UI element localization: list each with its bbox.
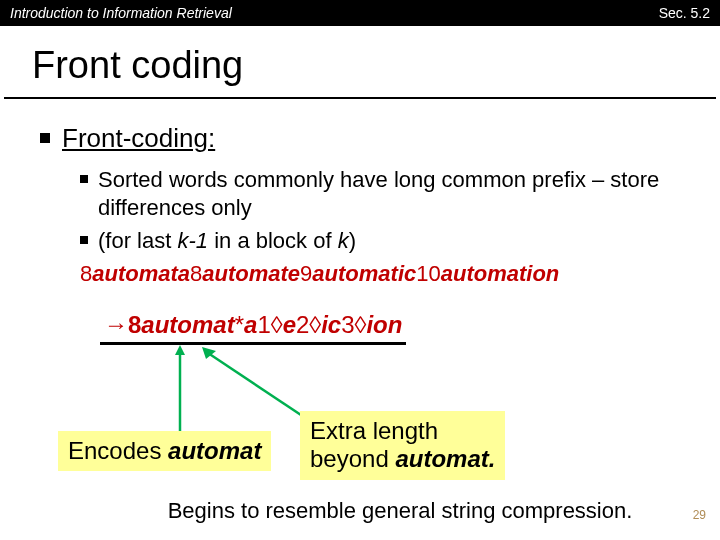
- suffix: e: [283, 311, 296, 338]
- callout-line: Extra length: [310, 417, 495, 446]
- callout-encodes: Encodes automat: [58, 431, 271, 472]
- len: 8: [190, 261, 202, 286]
- text: ): [349, 228, 356, 253]
- suffix: ic: [321, 311, 341, 338]
- header-bar: Introduction to Information Retrieval Se…: [0, 0, 720, 26]
- extra-len: 1: [257, 311, 270, 338]
- bullet-text: (for last k-1 in a block of k): [98, 227, 356, 255]
- callout-italic: automat.: [395, 445, 495, 472]
- italic-k: k: [338, 228, 349, 253]
- bullet-square-icon: [80, 236, 88, 244]
- extra-len: 2: [296, 311, 309, 338]
- slide: Introduction to Information Retrieval Se…: [0, 0, 720, 540]
- callout-line: beyond automat.: [310, 445, 495, 474]
- example-compressed: →8automat*a1◊e2◊ic3◊ion: [100, 305, 406, 345]
- text: in a block of: [208, 228, 338, 253]
- slide-title: Front coding: [4, 26, 716, 99]
- bullet-square-icon: [40, 133, 50, 143]
- header-section: Sec. 5.2: [659, 5, 710, 21]
- svg-line-2: [208, 353, 310, 421]
- callout-text: beyond: [310, 445, 395, 472]
- callout-area: Encodes automat Extra length beyond auto…: [40, 345, 680, 505]
- content-area: Front-coding: Sorted words commonly have…: [0, 99, 720, 505]
- footer-note: Begins to resemble general string compre…: [0, 498, 720, 524]
- callout-extra-length: Extra length beyond automat.: [300, 411, 505, 481]
- suffix: ion: [366, 311, 402, 338]
- len: 10: [416, 261, 440, 286]
- example-uncompressed: 8automata8automate9automatic10automation: [80, 261, 680, 287]
- bullet-level1: Front-coding:: [40, 123, 680, 154]
- diamond-icon: ◊: [355, 311, 367, 338]
- bullet-text: Sorted words commonly have long common p…: [98, 166, 680, 221]
- diamond-icon: ◊: [271, 311, 283, 338]
- callout-text: Encodes: [68, 437, 168, 464]
- arrow-line-icon: [158, 345, 198, 435]
- len: 9: [300, 261, 312, 286]
- callout-italic: automat: [168, 437, 261, 464]
- diamond-icon: ◊: [309, 311, 321, 338]
- bullet-text: Front-coding:: [62, 123, 215, 154]
- word: automate: [202, 261, 300, 286]
- text: (for last: [98, 228, 177, 253]
- prefix-word: automat: [141, 311, 234, 338]
- suffix: a: [244, 311, 257, 338]
- bullet-square-icon: [80, 175, 88, 183]
- arrow-icon: →: [104, 311, 128, 338]
- page-number: 29: [693, 508, 706, 522]
- len: 8: [128, 311, 141, 338]
- word: automata: [92, 261, 190, 286]
- header-left: Introduction to Information Retrieval: [10, 5, 659, 21]
- bullet-level2: Sorted words commonly have long common p…: [80, 166, 680, 221]
- word: automation: [441, 261, 560, 286]
- extra-len: 3: [341, 311, 354, 338]
- star: *: [235, 311, 244, 338]
- len: 8: [80, 261, 92, 286]
- bullet-level2: (for last k-1 in a block of k): [80, 227, 680, 255]
- word: automatic: [312, 261, 416, 286]
- svg-marker-1: [175, 345, 185, 355]
- italic-k: k-1: [177, 228, 208, 253]
